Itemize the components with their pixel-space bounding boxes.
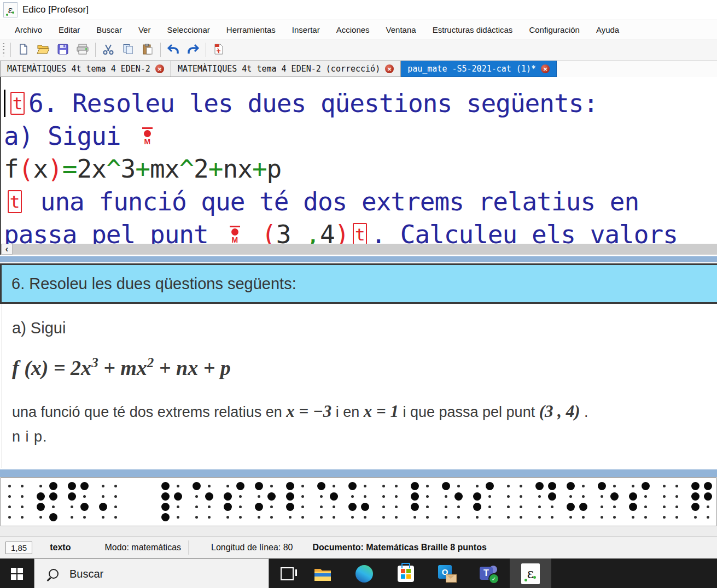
editor-text-segment: =: [62, 154, 77, 184]
braille-dot: [161, 513, 170, 521]
editor-text-segment: ): [335, 220, 349, 244]
menu-acciones[interactable]: Acciones: [328, 25, 378, 34]
taskbar-search-box[interactable]: Buscar: [34, 558, 269, 588]
braille-dot: [37, 503, 45, 511]
braille-dot: [333, 485, 335, 487]
print-button[interactable]: [73, 42, 92, 58]
braille-dot: [569, 495, 572, 498]
splitter-bar-2[interactable]: [0, 468, 717, 477]
braille-dot: [8, 495, 11, 498]
tab-document-1[interactable]: MATEMÀTIQUES 4t tema 4 EDEN-2×: [0, 61, 171, 77]
menu-archivo[interactable]: Archivo: [7, 25, 50, 34]
edge-button[interactable]: [343, 558, 385, 588]
braille-dot: [473, 503, 481, 511]
redo-icon: [186, 43, 200, 57]
braille-dot: [351, 495, 354, 498]
paste-button[interactable]: [138, 42, 157, 58]
braille-dot: [457, 516, 460, 519]
pdf-export-button[interactable]: [209, 42, 228, 58]
text-block-marker-icon: t: [8, 190, 22, 213]
braille-dot: [286, 492, 294, 501]
editor-text-segment: . Calculeu els valors: [371, 220, 678, 244]
undo-button[interactable]: [164, 42, 183, 58]
outlook-button[interactable]: O: [427, 558, 468, 588]
braille-cell: [255, 482, 276, 522]
braille-dot: [348, 482, 357, 490]
braille-dot: [426, 516, 429, 519]
tab-close-icon[interactable]: ×: [155, 64, 164, 73]
braille-dot: [177, 485, 179, 487]
editor-text-segment: 3: [121, 154, 136, 184]
braille-dot: [426, 505, 429, 508]
braille-dot: [68, 482, 76, 490]
undo-icon: [167, 43, 180, 57]
tab-close-icon[interactable]: ×: [541, 64, 550, 73]
braille-dot: [582, 485, 585, 487]
braille-dot: [520, 516, 522, 519]
braille-dot: [395, 485, 398, 487]
menu-ayuda[interactable]: Ayuda: [588, 25, 627, 34]
braille-dot: [644, 516, 647, 519]
menu-buscar[interactable]: Buscar: [88, 25, 130, 34]
editor-text-segment: 2x: [77, 154, 106, 184]
horizontal-scrollbar[interactable]: ‹: [0, 244, 717, 255]
teams-button[interactable]: T ✓: [468, 558, 510, 588]
braille-dot: [102, 485, 104, 487]
braille-dot: [411, 492, 419, 501]
braille-dot: [663, 495, 666, 498]
tab-document-3[interactable]: pau_mate -S5-2021-cat (1)*×: [401, 61, 557, 77]
editor-text-segment: ): [48, 154, 62, 184]
cut-button[interactable]: [99, 42, 118, 58]
braille-dot: [226, 516, 229, 519]
preview-line-a: a) Sigui: [12, 319, 717, 337]
braille-dot: [224, 492, 232, 501]
braille-dot: [707, 505, 709, 508]
menu-seleccionar[interactable]: Seleccionar: [159, 25, 218, 34]
menu-herramientas[interactable]: Herramientas: [218, 25, 284, 34]
copy-button[interactable]: [119, 42, 137, 58]
braille-dot: [37, 492, 45, 501]
save-button[interactable]: [54, 42, 72, 58]
menu-insertar[interactable]: Insertar: [284, 25, 328, 34]
new-document-button[interactable]: [14, 42, 33, 58]
tab-document-2[interactable]: MATEMÀTIQUES 4t tema 4 EDEN-2 (correcció…: [171, 61, 401, 77]
redo-button[interactable]: [184, 42, 202, 58]
braille-dot: [632, 516, 634, 519]
store-button[interactable]: [385, 558, 427, 588]
braille-cell: [535, 482, 556, 522]
editor-line: t una funció que té dos extrems relatius…: [1, 185, 717, 218]
task-view-button[interactable]: [272, 558, 302, 588]
editor-area[interactable]: t6. Resoleu les dues qüestions següents:…: [0, 77, 717, 244]
braille-dot: [507, 516, 510, 519]
text-segment: una funció que té dos extrems relatius e…: [12, 404, 286, 420]
menu-configuraci-n[interactable]: Configuración: [521, 25, 588, 34]
toolbar-drag-handle[interactable]: [2, 43, 5, 56]
menu-estructuras-did-cticas[interactable]: Estructuras didácticas: [424, 25, 521, 34]
open-folder-button[interactable]: [34, 42, 53, 58]
braille-dot: [348, 503, 357, 511]
braille-dot: [49, 492, 57, 501]
braille-dot: [442, 482, 450, 490]
braille-dot: [707, 516, 709, 519]
menu-ventana[interactable]: Ventana: [378, 25, 424, 34]
braille-dot: [361, 503, 369, 511]
menu-editar[interactable]: Editar: [50, 25, 88, 34]
braille-dot: [457, 485, 460, 487]
start-button[interactable]: [0, 558, 34, 588]
braille-dot: [301, 516, 304, 519]
braille-dot: [476, 516, 479, 519]
braille-dot: [382, 505, 385, 508]
braille-dot: [8, 505, 11, 508]
braille-dot: [195, 495, 198, 498]
file-explorer-button[interactable]: [302, 558, 343, 588]
tab-close-icon[interactable]: ×: [385, 64, 394, 73]
splitter-bar[interactable]: [0, 255, 717, 263]
search-icon: [49, 569, 59, 579]
braille-dot: [99, 503, 107, 511]
math-inline-segment: x = −3: [286, 402, 331, 421]
scroll-left-button[interactable]: ‹: [1, 244, 13, 255]
menu-ver[interactable]: Ver: [130, 25, 159, 34]
edico-taskbar-button[interactable]: ε: [510, 558, 551, 588]
braille-dot: [569, 516, 572, 519]
braille-dot: [382, 485, 385, 487]
